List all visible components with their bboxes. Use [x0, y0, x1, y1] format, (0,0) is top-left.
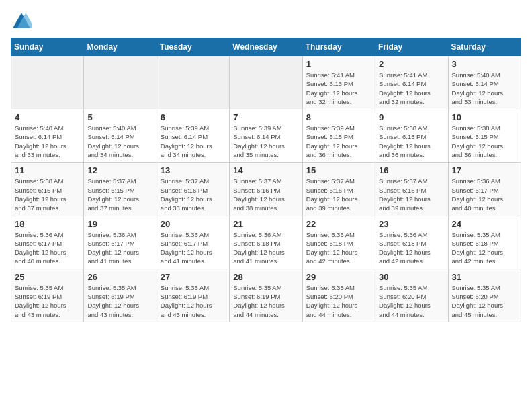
- day-info: Sunrise: 5:36 AM Sunset: 6:18 PM Dayligh…: [379, 230, 444, 266]
- calendar-cell: 14Sunrise: 5:37 AM Sunset: 6:16 PM Dayli…: [230, 163, 302, 216]
- calendar-cell: 5Sunrise: 5:40 AM Sunset: 6:14 PM Daylig…: [84, 109, 157, 163]
- calendar-week-4: 18Sunrise: 5:36 AM Sunset: 6:17 PM Dayli…: [11, 216, 521, 269]
- day-number: 1: [306, 59, 371, 69]
- calendar-cell: 15Sunrise: 5:37 AM Sunset: 6:16 PM Dayli…: [302, 163, 375, 216]
- day-info: Sunrise: 5:36 AM Sunset: 6:18 PM Dayligh…: [306, 230, 371, 266]
- header: [11, 11, 521, 32]
- day-number: 31: [452, 272, 517, 282]
- calendar-cell: 4Sunrise: 5:40 AM Sunset: 6:14 PM Daylig…: [11, 109, 84, 163]
- day-info: Sunrise: 5:37 AM Sunset: 6:16 PM Dayligh…: [306, 177, 371, 212]
- calendar-cell: 23Sunrise: 5:36 AM Sunset: 6:18 PM Dayli…: [375, 216, 448, 269]
- calendar-cell: 30Sunrise: 5:35 AM Sunset: 6:20 PM Dayli…: [375, 269, 448, 322]
- calendar-cell: 31Sunrise: 5:35 AM Sunset: 6:20 PM Dayli…: [448, 269, 521, 322]
- day-number: 18: [15, 219, 80, 229]
- weekday-header-friday: Friday: [375, 38, 448, 56]
- day-info: Sunrise: 5:36 AM Sunset: 6:17 PM Dayligh…: [161, 230, 226, 266]
- calendar-cell: [84, 56, 157, 109]
- calendar-cell: [11, 56, 84, 109]
- calendar-cell: 16Sunrise: 5:37 AM Sunset: 6:16 PM Dayli…: [375, 163, 448, 216]
- calendar-cell: 25Sunrise: 5:35 AM Sunset: 6:19 PM Dayli…: [11, 269, 84, 322]
- day-info: Sunrise: 5:37 AM Sunset: 6:16 PM Dayligh…: [161, 177, 226, 212]
- day-number: 15: [306, 165, 371, 175]
- calendar-cell: 10Sunrise: 5:38 AM Sunset: 6:15 PM Dayli…: [448, 109, 521, 163]
- calendar-cell: 18Sunrise: 5:36 AM Sunset: 6:17 PM Dayli…: [11, 216, 84, 269]
- calendar-cell: 1Sunrise: 5:41 AM Sunset: 6:13 PM Daylig…: [302, 56, 375, 109]
- weekday-header-wednesday: Wednesday: [230, 38, 302, 56]
- day-number: 19: [87, 219, 152, 229]
- calendar-table: SundayMondayTuesdayWednesdayThursdayFrid…: [11, 38, 521, 322]
- day-number: 11: [15, 165, 80, 175]
- logo-icon: [11, 11, 32, 32]
- day-info: Sunrise: 5:39 AM Sunset: 6:14 PM Dayligh…: [161, 124, 226, 159]
- day-info: Sunrise: 5:41 AM Sunset: 6:13 PM Dayligh…: [306, 71, 371, 106]
- day-number: 20: [161, 219, 226, 229]
- day-number: 7: [233, 112, 298, 122]
- calendar-cell: 3Sunrise: 5:40 AM Sunset: 6:14 PM Daylig…: [448, 56, 521, 109]
- day-info: Sunrise: 5:39 AM Sunset: 6:14 PM Dayligh…: [233, 124, 298, 159]
- day-info: Sunrise: 5:35 AM Sunset: 6:19 PM Dayligh…: [161, 283, 226, 319]
- day-number: 8: [306, 112, 371, 122]
- calendar-cell: 26Sunrise: 5:35 AM Sunset: 6:19 PM Dayli…: [84, 269, 157, 322]
- weekday-header-monday: Monday: [84, 38, 157, 56]
- day-info: Sunrise: 5:38 AM Sunset: 6:15 PM Dayligh…: [379, 124, 444, 159]
- day-info: Sunrise: 5:40 AM Sunset: 6:14 PM Dayligh…: [452, 71, 517, 106]
- calendar-cell: 8Sunrise: 5:39 AM Sunset: 6:15 PM Daylig…: [302, 109, 375, 163]
- day-info: Sunrise: 5:37 AM Sunset: 6:16 PM Dayligh…: [379, 177, 444, 212]
- calendar-cell: 27Sunrise: 5:35 AM Sunset: 6:19 PM Dayli…: [157, 269, 229, 322]
- day-info: Sunrise: 5:37 AM Sunset: 6:15 PM Dayligh…: [87, 177, 152, 212]
- day-number: 28: [233, 272, 298, 282]
- day-number: 26: [87, 272, 152, 282]
- calendar-cell: 17Sunrise: 5:36 AM Sunset: 6:17 PM Dayli…: [448, 163, 521, 216]
- day-number: 5: [87, 112, 152, 122]
- day-info: Sunrise: 5:35 AM Sunset: 6:20 PM Dayligh…: [306, 283, 371, 319]
- calendar-cell: 6Sunrise: 5:39 AM Sunset: 6:14 PM Daylig…: [157, 109, 229, 163]
- weekday-header-thursday: Thursday: [302, 38, 375, 56]
- day-number: 14: [233, 165, 298, 175]
- calendar-cell: 29Sunrise: 5:35 AM Sunset: 6:20 PM Dayli…: [302, 269, 375, 322]
- day-number: 6: [161, 112, 226, 122]
- day-number: 16: [379, 165, 444, 175]
- day-info: Sunrise: 5:41 AM Sunset: 6:14 PM Dayligh…: [379, 71, 444, 106]
- logo: [11, 11, 35, 32]
- day-number: 9: [379, 112, 444, 122]
- calendar-cell: 22Sunrise: 5:36 AM Sunset: 6:18 PM Dayli…: [302, 216, 375, 269]
- weekday-header-sunday: Sunday: [11, 38, 84, 56]
- day-info: Sunrise: 5:35 AM Sunset: 6:19 PM Dayligh…: [87, 283, 152, 319]
- day-info: Sunrise: 5:38 AM Sunset: 6:15 PM Dayligh…: [15, 177, 80, 212]
- day-info: Sunrise: 5:35 AM Sunset: 6:20 PM Dayligh…: [379, 283, 444, 319]
- day-number: 3: [452, 59, 517, 69]
- day-info: Sunrise: 5:37 AM Sunset: 6:16 PM Dayligh…: [233, 177, 298, 212]
- calendar-cell: 21Sunrise: 5:36 AM Sunset: 6:18 PM Dayli…: [230, 216, 302, 269]
- calendar-week-1: 1Sunrise: 5:41 AM Sunset: 6:13 PM Daylig…: [11, 56, 521, 109]
- calendar-cell: 12Sunrise: 5:37 AM Sunset: 6:15 PM Dayli…: [84, 163, 157, 216]
- calendar-week-3: 11Sunrise: 5:38 AM Sunset: 6:15 PM Dayli…: [11, 163, 521, 216]
- day-info: Sunrise: 5:36 AM Sunset: 6:17 PM Dayligh…: [87, 230, 152, 266]
- day-info: Sunrise: 5:38 AM Sunset: 6:15 PM Dayligh…: [452, 124, 517, 159]
- weekday-header-tuesday: Tuesday: [157, 38, 229, 56]
- calendar-cell: 7Sunrise: 5:39 AM Sunset: 6:14 PM Daylig…: [230, 109, 302, 163]
- day-number: 27: [161, 272, 226, 282]
- calendar-cell: 9Sunrise: 5:38 AM Sunset: 6:15 PM Daylig…: [375, 109, 448, 163]
- day-number: 22: [306, 219, 371, 229]
- calendar-week-5: 25Sunrise: 5:35 AM Sunset: 6:19 PM Dayli…: [11, 269, 521, 322]
- calendar-cell: 11Sunrise: 5:38 AM Sunset: 6:15 PM Dayli…: [11, 163, 84, 216]
- day-info: Sunrise: 5:35 AM Sunset: 6:19 PM Dayligh…: [233, 283, 298, 319]
- calendar-cell: [157, 56, 229, 109]
- calendar-cell: 19Sunrise: 5:36 AM Sunset: 6:17 PM Dayli…: [84, 216, 157, 269]
- day-info: Sunrise: 5:35 AM Sunset: 6:19 PM Dayligh…: [15, 283, 80, 319]
- day-info: Sunrise: 5:35 AM Sunset: 6:18 PM Dayligh…: [452, 230, 517, 266]
- day-info: Sunrise: 5:40 AM Sunset: 6:14 PM Dayligh…: [87, 124, 152, 159]
- weekday-header-row: SundayMondayTuesdayWednesdayThursdayFrid…: [11, 38, 521, 56]
- day-info: Sunrise: 5:36 AM Sunset: 6:17 PM Dayligh…: [452, 177, 517, 212]
- calendar-cell: 13Sunrise: 5:37 AM Sunset: 6:16 PM Dayli…: [157, 163, 229, 216]
- day-number: 17: [452, 165, 517, 175]
- day-number: 12: [87, 165, 152, 175]
- calendar-cell: 28Sunrise: 5:35 AM Sunset: 6:19 PM Dayli…: [230, 269, 302, 322]
- calendar-cell: 2Sunrise: 5:41 AM Sunset: 6:14 PM Daylig…: [375, 56, 448, 109]
- calendar-cell: 20Sunrise: 5:36 AM Sunset: 6:17 PM Dayli…: [157, 216, 229, 269]
- day-number: 29: [306, 272, 371, 282]
- day-info: Sunrise: 5:40 AM Sunset: 6:14 PM Dayligh…: [15, 124, 80, 159]
- day-number: 4: [15, 112, 80, 122]
- calendar-week-2: 4Sunrise: 5:40 AM Sunset: 6:14 PM Daylig…: [11, 109, 521, 163]
- day-info: Sunrise: 5:36 AM Sunset: 6:18 PM Dayligh…: [233, 230, 298, 266]
